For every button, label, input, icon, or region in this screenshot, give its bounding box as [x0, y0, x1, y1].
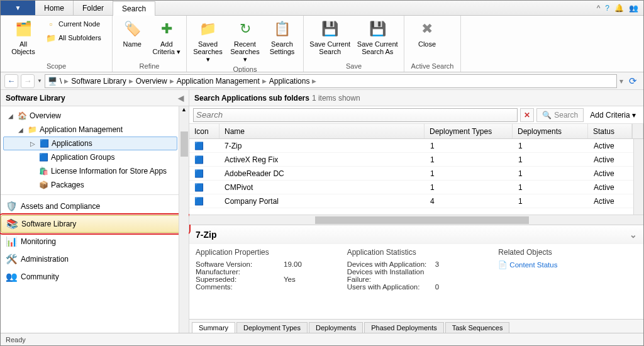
superseded-key: Superseded: — [196, 276, 284, 283]
tree-label: License Information for Store Apps — [51, 167, 167, 176]
workspace-administration[interactable]: 🛠️Administration — [1, 250, 189, 268]
tab-search[interactable]: Search — [113, 1, 155, 16]
col-name[interactable]: Name — [219, 124, 425, 138]
table-row[interactable]: 🟦7-Zip11Active — [189, 139, 643, 153]
chevron-right-icon: ▶ — [170, 78, 174, 84]
scroll-up-icon[interactable]: ▲ — [181, 106, 187, 113]
minimize-ribbon-icon[interactable]: ^ — [597, 4, 601, 13]
table-row[interactable]: 🟦CMPivot11Active — [189, 181, 643, 194]
detail-tab[interactable]: Deployment Types — [236, 322, 308, 333]
col-deployment-types[interactable]: Deployment Types — [425, 124, 513, 138]
row-name: ActiveX Reg Fix — [219, 155, 425, 164]
people-icon[interactable]: 👥 — [629, 4, 638, 13]
close-search-button[interactable]: ✖ Close — [408, 18, 446, 48]
table-row[interactable]: 🟦AdobeReader DC11Active — [189, 167, 643, 181]
detail-col-related: Related Objects 📄Content Status — [498, 248, 637, 315]
breadcrumb-dropdown[interactable]: ▾ — [619, 77, 623, 86]
detail-tab[interactable]: Phased Deployments — [364, 322, 444, 333]
current-node-button[interactable]: ▫Current Node — [45, 18, 103, 30]
tree-node-app-groups[interactable]: 🟦Application Groups — [3, 150, 177, 164]
save-as-icon: 💾 — [367, 19, 387, 39]
search-button[interactable]: 🔍Search — [536, 108, 584, 122]
table-row[interactable]: 🟦ActiveX Reg Fix11Active — [189, 153, 643, 167]
collapse-detail-icon[interactable]: ⌄ — [630, 230, 637, 240]
expander-icon[interactable]: ◢ — [17, 126, 25, 133]
breadcrumb-item[interactable]: Software Library — [71, 77, 126, 86]
breadcrumb-item[interactable]: Applications — [269, 77, 310, 86]
all-subfolders-button[interactable]: 📁All Subfolders — [45, 31, 103, 44]
quick-access-bar[interactable]: ▼ — [1, 1, 35, 15]
saved-searches-button[interactable]: 📁 Saved Searches ▾ — [191, 18, 225, 63]
detail-tab[interactable]: Deployments — [309, 322, 363, 333]
chevron-right-icon: ▶ — [129, 78, 133, 84]
refine-group-label: Refine — [113, 62, 186, 72]
left-scrollbar[interactable]: ▲ — [179, 106, 189, 333]
workspace-label: Monitoring — [21, 237, 56, 246]
right-pane: Search Applications sub folders 1 items … — [189, 90, 643, 333]
breadcrumb-root: \ — [60, 77, 62, 86]
refresh-button[interactable]: ⟳ — [626, 74, 640, 88]
left-pane-title: Software Library ◀ — [1, 90, 189, 106]
hscroll-thumb[interactable] — [315, 216, 529, 224]
workspace-monitoring[interactable]: 📊Monitoring — [1, 233, 189, 250]
scroll-thumb[interactable] — [180, 131, 188, 157]
status-text: Ready — [6, 336, 26, 343]
nav-back-button[interactable]: ← — [4, 74, 18, 88]
add-criteria-button[interactable]: ✚ Add Criteria ▾ — [151, 18, 183, 55]
saved-searches-label: Saved Searches ▾ — [191, 40, 225, 63]
bell-icon[interactable]: 🔔 — [614, 4, 624, 13]
workspace-assets[interactable]: 🛡️Assets and Compliance — [1, 198, 189, 215]
save-current-search-button[interactable]: 💾 Save Current Search — [308, 18, 353, 55]
detail-tab[interactable]: Task Sequences — [445, 322, 510, 333]
help-icon[interactable]: ? — [605, 4, 609, 13]
expander-icon[interactable]: ◢ — [7, 113, 14, 120]
save-current-search-as-button[interactable]: 💾 Save Current Search As — [355, 18, 401, 55]
tree-node-applications[interactable]: ▷🟦Applications — [3, 137, 177, 150]
add-criteria-dropdown[interactable]: Add Criteria ▾ — [586, 111, 640, 120]
grid-hscrollbar[interactable] — [189, 215, 643, 225]
tab-home[interactable]: Home — [35, 1, 74, 15]
sw-version-key: Software Version: — [196, 260, 284, 268]
nav-forward-button[interactable]: → — [21, 74, 35, 88]
workspace-community[interactable]: 👥Community — [1, 268, 189, 286]
breadcrumb-item[interactable]: Application Management — [177, 77, 260, 86]
table-row[interactable]: 🟦Company Portal41Active — [189, 194, 643, 208]
clear-search-button[interactable]: ✕ — [520, 108, 534, 122]
tree-node-app-mgmt[interactable]: ◢📁Application Management — [3, 123, 177, 137]
row-status: Active — [589, 183, 633, 192]
detail-col-stats: Application Statistics Devices with Appl… — [347, 248, 486, 315]
search-row: ✕ 🔍Search Add Criteria ▾ — [189, 106, 643, 124]
name-label: Name — [123, 40, 142, 48]
search-input[interactable] — [193, 108, 518, 122]
recent-searches-button[interactable]: ↻ Recent Searches ▾ — [228, 18, 262, 63]
dev-app-val: 3 — [435, 260, 439, 268]
results-header: Search Applications sub folders 1 items … — [189, 90, 643, 106]
col-icon[interactable]: Icon — [189, 124, 219, 138]
row-name: 7-Zip — [219, 142, 425, 150]
tree-label: Application Groups — [51, 153, 114, 162]
tree-node-packages[interactable]: 📦Packages — [3, 178, 177, 192]
expander-icon[interactable]: ▷ — [29, 140, 36, 147]
nav-history-dropdown[interactable]: ▼ — [37, 78, 42, 84]
content-status-link[interactable]: 📄Content Status — [498, 260, 637, 269]
detail-tab[interactable]: Summary — [192, 322, 235, 333]
col-deployments[interactable]: Deployments — [513, 124, 588, 138]
app-window: ▼ Home Folder Search ^ ? 🔔 👥 🗂️ All Obje… — [0, 0, 644, 346]
row-deployments: 1 — [513, 197, 589, 206]
collapse-left-icon[interactable]: ◀ — [178, 94, 184, 103]
col-status[interactable]: Status — [588, 124, 632, 138]
breadcrumb[interactable]: 🖥️ \ ▶ Software Library ▶ Overview ▶ App… — [45, 74, 617, 88]
grid-vscrollbar[interactable] — [633, 139, 643, 215]
breadcrumb-item[interactable]: Overview — [136, 77, 167, 86]
app-icon: 🟦 — [39, 139, 49, 148]
search-settings-button[interactable]: 📋 Search Settings — [265, 18, 299, 55]
superseded-val: Yes — [284, 276, 296, 283]
tab-folder[interactable]: Folder — [74, 1, 113, 15]
workspace-software-library[interactable]: 📚Software Library — [1, 215, 189, 233]
name-icon: 🏷️ — [122, 19, 142, 39]
tree-node-overview[interactable]: ◢🏠Overview — [3, 109, 177, 123]
workspace-label: Software Library — [21, 220, 76, 228]
name-button[interactable]: 🏷️ Name — [116, 18, 148, 48]
all-objects-button[interactable]: 🗂️ All Objects — [4, 18, 42, 55]
tree-node-license-info[interactable]: 🛍️License Information for Store Apps — [3, 164, 177, 178]
